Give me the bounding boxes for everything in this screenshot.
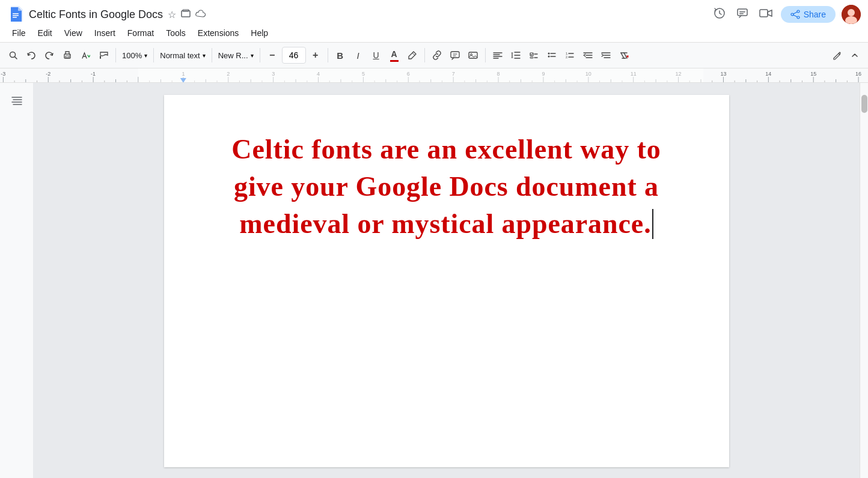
sep-1 [115, 48, 116, 62]
menu-extensions[interactable]: Extensions [193, 27, 243, 39]
document-container[interactable]: Celtic fonts are an excellent way to giv… [33, 83, 860, 478]
sep-2 [153, 48, 154, 62]
svg-rect-3 [13, 17, 17, 18]
zoom-value: 100% [122, 51, 142, 60]
menu-edit[interactable]: Edit [33, 27, 57, 39]
svg-point-12 [791, 13, 793, 16]
toolbar: 100% ▾ Normal text ▾ New R... ▾ − + B I … [0, 42, 868, 68]
checklist-button[interactable] [525, 46, 542, 65]
italic-button[interactable]: I [350, 46, 367, 65]
title-action-icons: ☆ [168, 9, 206, 20]
drive-icon[interactable] [181, 9, 191, 20]
sep-5 [328, 48, 328, 62]
font-dropdown-arrow: ▾ [251, 52, 254, 59]
svg-point-24 [548, 56, 549, 58]
svg-rect-19 [469, 52, 477, 58]
font-size-input[interactable] [282, 47, 306, 64]
paint-format-button[interactable] [95, 46, 112, 65]
underline-button[interactable]: U [368, 46, 385, 65]
ordered-list-button[interactable]: 1. 2. [561, 46, 578, 65]
svg-rect-10 [760, 10, 768, 17]
increase-indent-button[interactable] [598, 46, 614, 65]
menu-tools[interactable]: Tools [161, 27, 191, 39]
svg-point-17 [69, 55, 70, 56]
menu-file[interactable]: File [7, 27, 31, 39]
menu-format[interactable]: Format [123, 27, 159, 39]
title-bar: Celtic Fonts in Google Docs ☆ [0, 0, 868, 24]
menu-bar: File Edit View Insert Format Tools Exten… [0, 24, 868, 42]
paragraph-style-selector[interactable]: Normal text ▾ [157, 50, 207, 61]
svg-rect-2 [13, 15, 19, 16]
paragraph-style-arrow: ▾ [203, 52, 206, 59]
clear-formatting-button[interactable] [616, 46, 632, 65]
redo-button[interactable] [41, 46, 58, 65]
svg-rect-16 [66, 56, 69, 58]
sep-4 [260, 48, 260, 62]
svg-text:2.: 2. [566, 55, 568, 59]
svg-point-11 [797, 10, 799, 13]
history-icon[interactable] [711, 5, 728, 25]
svg-rect-8 [739, 11, 745, 13]
document-text[interactable]: Celtic fonts are an excellent way to giv… [212, 131, 681, 243]
paragraph-style-value: Normal text [160, 51, 200, 60]
menu-insert[interactable]: Insert [90, 27, 120, 39]
document-page[interactable]: Celtic fonts are an excellent way to giv… [164, 95, 729, 467]
ruler-canvas [0, 68, 868, 83]
zoom-selector[interactable]: 100% ▾ [120, 50, 150, 61]
cloud-icon[interactable] [195, 9, 206, 20]
outline-icon[interactable] [11, 95, 23, 110]
undo-button[interactable] [23, 46, 40, 65]
font-selector[interactable]: New R... ▾ [216, 50, 256, 61]
svg-rect-18 [451, 52, 459, 58]
search-button[interactable] [5, 46, 22, 65]
text-color-button[interactable]: A [386, 46, 403, 65]
print-button[interactable] [59, 46, 76, 65]
sep-3 [212, 48, 212, 62]
text-cursor [652, 209, 653, 240]
bullet-list-button[interactable] [543, 46, 560, 65]
sep-7 [485, 48, 486, 62]
link-button[interactable] [429, 46, 445, 65]
editing-mode-button[interactable] [828, 46, 845, 65]
font-name-value: New R... [218, 51, 248, 60]
svg-point-23 [548, 53, 549, 55]
star-icon[interactable]: ☆ [168, 9, 176, 20]
header-right-actions: Share [711, 5, 861, 25]
menu-view[interactable]: View [60, 27, 87, 39]
collapse-sidebar-button[interactable] [846, 46, 863, 65]
svg-rect-1 [13, 13, 19, 14]
document-content[interactable]: Celtic fonts are an excellent way to giv… [212, 131, 681, 243]
bold-button[interactable]: B [332, 46, 349, 65]
insert-image-button[interactable] [465, 46, 481, 65]
highlight-button[interactable] [404, 46, 421, 65]
add-comment-button[interactable] [447, 46, 463, 65]
docs-app-icon[interactable] [7, 6, 24, 23]
left-sidebar [0, 83, 33, 478]
sep-6 [424, 48, 425, 62]
svg-rect-22 [530, 57, 533, 58]
svg-rect-9 [739, 13, 744, 14]
ruler [0, 68, 868, 83]
decrease-indent-button[interactable] [579, 46, 596, 65]
comments-icon[interactable] [734, 5, 751, 25]
zoom-dropdown-arrow: ▾ [144, 52, 147, 59]
document-title[interactable]: Celtic Fonts in Google Docs [29, 8, 163, 21]
scrollbar[interactable] [860, 83, 868, 478]
decrease-font-size-button[interactable]: − [264, 46, 281, 65]
main-area: Celtic fonts are an excellent way to giv… [0, 83, 868, 478]
meet-icon[interactable] [757, 5, 775, 25]
align-button[interactable] [489, 46, 506, 65]
menu-help[interactable]: Help [246, 27, 273, 39]
line-spacing-button[interactable] [507, 46, 524, 65]
svg-point-13 [797, 16, 799, 19]
user-avatar[interactable] [842, 5, 861, 24]
spellcheck-button[interactable] [77, 46, 94, 65]
share-button[interactable]: Share [781, 6, 836, 23]
increase-font-size-button[interactable]: + [307, 46, 324, 65]
scrollbar-thumb[interactable] [861, 95, 867, 113]
